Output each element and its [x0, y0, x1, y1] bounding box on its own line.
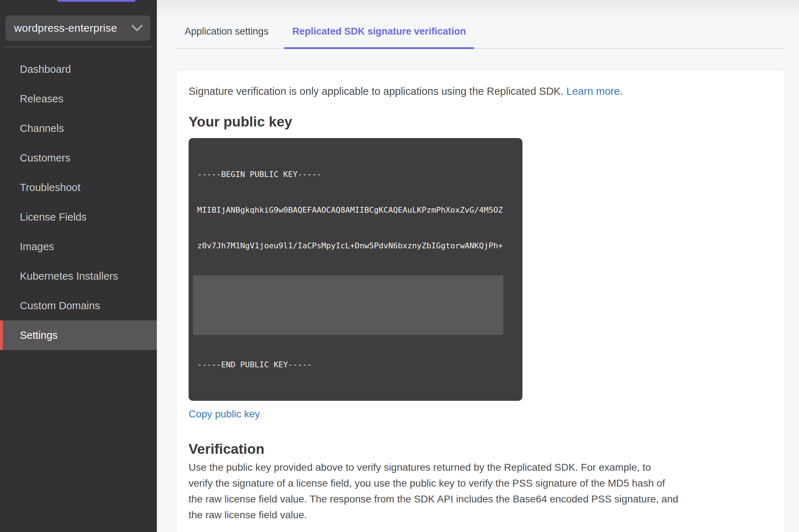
settings-tabbar: Application settings Replicated SDK sign… — [176, 0, 785, 49]
paragraph-line: the raw license field value. The respons… — [189, 491, 773, 507]
pem-line: MIIBIjANBgkqhkiG9w0BAQEFAAOCAQ8AMIIBCgKC… — [197, 204, 512, 216]
app-selector-value: wordpress-enterprise — [14, 22, 117, 34]
tab-replicated-sdk-signature-verification[interactable]: Replicated SDK signature verification — [284, 15, 474, 48]
sidebar-item-kubernetes-installers[interactable]: Kubernetes Installers — [0, 261, 157, 291]
chevron-down-icon — [132, 25, 142, 31]
learn-more-link[interactable]: Learn more — [566, 85, 620, 97]
paragraph-line: Use the public key provided above to ver… — [189, 460, 773, 475]
pem-begin-line: -----BEGIN PUBLIC KEY----- — [197, 168, 512, 180]
code-tab-typescript[interactable]: TypeScript — [406, 524, 527, 532]
paragraph-line: the raw license field value. — [189, 507, 773, 523]
tab-application-settings[interactable]: Application settings — [176, 15, 277, 48]
verification-heading: Verification — [189, 440, 773, 458]
main-content: Application settings Replicated SDK sign… — [157, 0, 799, 532]
sidebar-divider — [5, 46, 152, 47]
app-selector-dropdown[interactable]: wordpress-enterprise — [5, 15, 150, 41]
code-tab-python[interactable]: Python — [527, 524, 642, 532]
sidebar: wordpress-enterprise Dashboard Releases … — [0, 0, 157, 532]
sidebar-item-troubleshoot[interactable]: Troubleshoot — [0, 173, 157, 202]
sidebar-item-custom-domains[interactable]: Custom Domains — [0, 291, 157, 320]
intro-sentence: Signature verification is only applicabl… — [189, 85, 564, 97]
pem-line: z0v7Jh7M1NgV1joeu9l1/IaCPsMpyIcL+Dnw5Pdv… — [197, 240, 512, 252]
pem-end-line: -----END PUBLIC KEY----- — [197, 359, 512, 371]
sidebar-item-images[interactable]: Images — [0, 232, 157, 261]
signature-verification-card: Signature verification is only applicabl… — [176, 70, 785, 532]
sidebar-item-releases[interactable]: Releases — [0, 84, 157, 114]
sidebar-item-settings[interactable]: Settings — [0, 320, 157, 350]
verification-paragraph: Use the public key provided above to ver… — [189, 460, 773, 523]
sidebar-nav: Dashboard Releases Channels Customers Tr… — [0, 54, 157, 350]
paragraph-line: verify the signature of a license field,… — [189, 475, 773, 491]
top-accent-bar — [57, 0, 135, 2]
intro-text: Signature verification is only applicabl… — [189, 84, 773, 98]
code-tab-go[interactable]: Go — [189, 524, 290, 532]
intro-suffix: . — [620, 85, 623, 97]
copy-public-key-link[interactable]: Copy public key — [189, 409, 260, 420]
sidebar-item-license-fields[interactable]: License Fields — [0, 202, 157, 232]
pem-redacted-area — [193, 275, 503, 335]
public-key-heading: Your public key — [189, 113, 773, 131]
sidebar-item-channels[interactable]: Channels — [0, 114, 157, 143]
public-key-block: -----BEGIN PUBLIC KEY----- MIIBIjANBgkqh… — [189, 138, 522, 401]
code-language-tabbar: Go NodeJS TypeScript Python — [189, 524, 642, 532]
sidebar-item-dashboard[interactable]: Dashboard — [0, 54, 157, 84]
code-tab-nodejs[interactable]: NodeJS — [290, 524, 406, 532]
sidebar-item-customers[interactable]: Customers — [0, 143, 157, 173]
